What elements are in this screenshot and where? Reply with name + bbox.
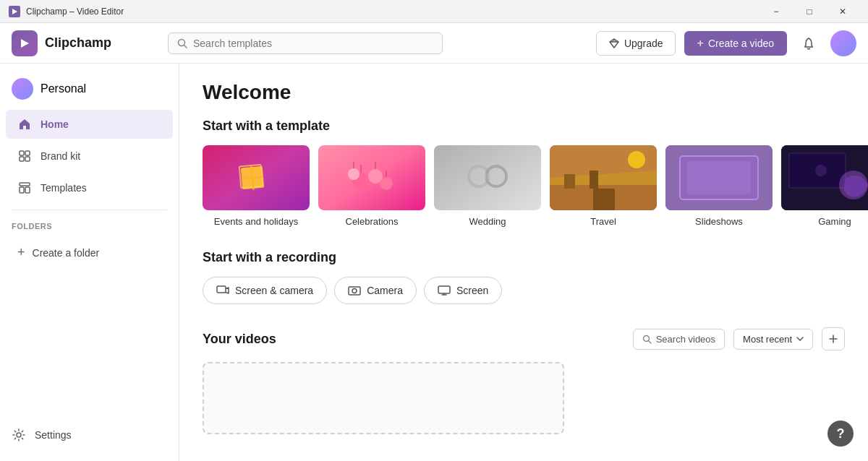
svg-marker-4	[610, 39, 618, 48]
home-icon	[17, 117, 32, 132]
svg-rect-13	[20, 187, 24, 193]
svg-rect-36	[590, 171, 598, 189]
videos-controls: Search videos Most recent	[633, 327, 845, 350]
sidebar-username: Personal	[41, 82, 86, 95]
template-label-slideshows: Slideshows	[665, 216, 773, 227]
svg-line-54	[648, 340, 651, 343]
title-bar: Clipchamp – Video Editor − □ ✕	[0, 0, 868, 23]
svg-marker-1	[21, 39, 29, 48]
search-videos-label: Search videos	[656, 334, 715, 345]
travel-thumbnail-art	[550, 145, 657, 210]
content-area: Welcome Start with a template	[179, 64, 868, 461]
svg-point-23	[348, 168, 359, 180]
template-card-celebrations[interactable]: Celebrations	[318, 145, 425, 227]
svg-rect-9	[25, 151, 30, 155]
close-button[interactable]: ✕	[826, 0, 859, 23]
page-title: Welcome	[203, 81, 845, 104]
create-plus-icon: +	[697, 37, 704, 50]
avatar[interactable]	[830, 30, 856, 56]
help-button[interactable]: ?	[827, 421, 854, 447]
chevron-down-icon	[796, 337, 804, 341]
svg-rect-48	[349, 287, 360, 295]
template-card-events[interactable]: Events and holidays	[203, 145, 310, 227]
templates-icon	[17, 181, 32, 195]
template-card-wedding[interactable]: Wedding	[434, 145, 541, 227]
svg-rect-14	[25, 187, 30, 193]
svg-point-31	[490, 170, 503, 183]
svg-rect-47	[217, 286, 226, 293]
template-thumb-wedding	[434, 145, 541, 210]
create-label: Create a video	[708, 38, 774, 49]
sidebar-item-home[interactable]: Home	[6, 110, 173, 139]
logo-text: Clipchamp	[45, 35, 111, 51]
create-folder-button[interactable]: + Create a folder	[6, 238, 173, 267]
sort-dropdown[interactable]: Most recent	[733, 329, 813, 350]
screen-camera-icon	[216, 285, 229, 296]
search-input[interactable]	[193, 38, 433, 49]
add-video-button[interactable]	[822, 327, 845, 350]
template-card-gaming[interactable]: Gaming	[781, 145, 868, 227]
camera-button[interactable]: Camera	[334, 277, 417, 304]
sidebar-item-templates-label: Templates	[41, 182, 87, 194]
search-videos-button[interactable]: Search videos	[633, 329, 725, 350]
videos-header: Your videos Search videos Most recent	[203, 327, 845, 350]
search-videos-icon	[642, 335, 652, 344]
screen-icon	[438, 285, 451, 296]
gaming-thumbnail-art	[781, 145, 868, 210]
upgrade-button[interactable]: Upgrade	[596, 31, 676, 56]
template-card-slideshows[interactable]: Slideshows	[665, 145, 773, 227]
svg-rect-50	[438, 286, 450, 293]
svg-line-3	[184, 45, 187, 48]
template-label-events: Events and holidays	[203, 216, 310, 227]
title-bar-left: Clipchamp – Video Editor	[9, 6, 124, 17]
svg-rect-38	[593, 189, 615, 210]
screen-camera-button[interactable]: Screen & camera	[203, 277, 327, 304]
svg-point-46	[815, 165, 827, 176]
template-label-wedding: Wedding	[434, 216, 541, 227]
template-thumb-gaming	[781, 145, 868, 210]
brand-icon	[17, 149, 32, 163]
svg-rect-41	[687, 161, 751, 194]
svg-point-49	[352, 289, 357, 293]
template-thumb-events	[203, 145, 310, 210]
plus-icon: +	[17, 245, 25, 260]
sidebar-item-templates[interactable]: Templates	[6, 173, 173, 202]
sidebar: Personal Home	[0, 64, 179, 461]
sidebar-divider	[12, 210, 167, 210]
svg-rect-35	[564, 174, 575, 189]
settings-button[interactable]: Settings	[0, 421, 179, 449]
template-thumb-slideshows	[665, 145, 773, 210]
templates-section-title: Start with a template	[203, 119, 845, 134]
camera-icon	[348, 285, 361, 296]
add-icon	[828, 334, 838, 344]
svg-rect-11	[25, 157, 30, 161]
camera-label: Camera	[367, 285, 403, 296]
logo: Clipchamp	[12, 30, 156, 56]
bell-icon	[802, 37, 815, 50]
sidebar-user: Personal	[0, 69, 179, 108]
create-video-button[interactable]: + Create a video	[684, 31, 787, 56]
svg-point-15	[17, 433, 21, 437]
svg-point-22	[380, 177, 393, 190]
events-thumbnail-art	[203, 145, 310, 210]
search-icon	[177, 38, 187, 48]
template-card-travel[interactable]: Travel	[550, 145, 657, 227]
diamond-icon	[608, 38, 620, 49]
recording-section-title: Start with a recording	[203, 250, 845, 265]
template-label-gaming: Gaming	[781, 216, 868, 227]
create-folder-label: Create a folder	[33, 247, 100, 259]
sidebar-item-brand[interactable]: Brand kit	[6, 142, 173, 171]
celebrations-thumbnail-art	[318, 145, 425, 210]
search-bar[interactable]	[168, 33, 443, 54]
minimize-button[interactable]: −	[760, 0, 793, 23]
app-container: Clipchamp Upgrade + Create a vid	[0, 23, 868, 461]
screen-button[interactable]: Screen	[424, 277, 502, 304]
main-layout: Personal Home	[0, 64, 868, 461]
title-bar-text: Clipchamp – Video Editor	[26, 7, 124, 17]
maximize-button[interactable]: □	[793, 0, 826, 23]
upgrade-label: Upgrade	[624, 38, 663, 49]
notifications-button[interactable]	[796, 30, 822, 56]
app-icon	[9, 6, 20, 17]
video-empty-state	[203, 362, 564, 434]
sort-label: Most recent	[743, 334, 792, 345]
